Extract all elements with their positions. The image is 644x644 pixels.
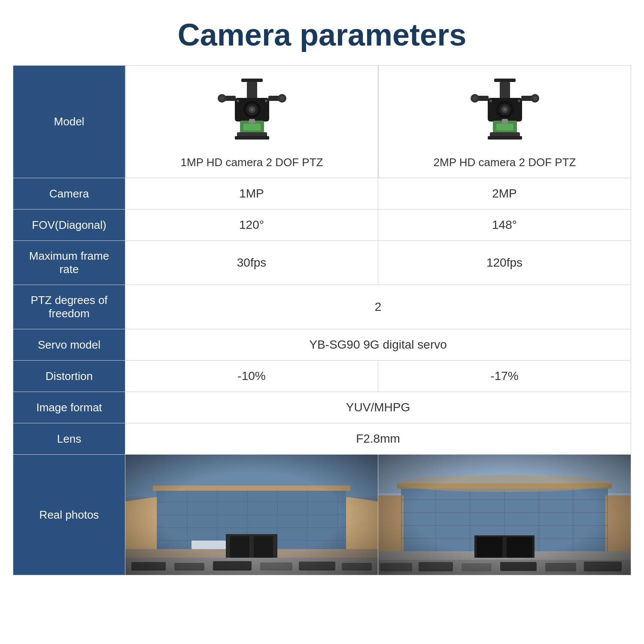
svg-point-31	[473, 96, 477, 100]
framerate-values: 30fps 120fps	[125, 241, 631, 285]
svg-point-8	[265, 100, 267, 102]
table-row-photos: Real photos	[13, 455, 631, 575]
table-row-fov: FOV(Diagonal) 120° 148°	[13, 210, 631, 241]
photo-2	[378, 455, 631, 575]
row-label-distortion: Distortion	[13, 361, 125, 392]
svg-rect-39	[488, 136, 522, 140]
table-row-ptz: PTZ degrees of freedom 2	[13, 285, 631, 329]
camera-val-2: 2MP	[378, 178, 631, 209]
photo-1	[125, 455, 378, 575]
distortion-values: -10% -17%	[125, 361, 631, 392]
framerate-val-2: 120fps	[378, 241, 631, 285]
model-col-1: 1MP HD camera 2 DOF PTZ	[125, 66, 378, 178]
distortion-val-1: -10%	[125, 361, 378, 392]
svg-rect-97	[378, 455, 631, 575]
framerate-val-1: 30fps	[125, 241, 378, 285]
camera-image-2	[462, 74, 548, 152]
camera-val-1: 1MP	[125, 178, 378, 209]
svg-rect-19	[235, 136, 269, 140]
model-col-2: 2MP HD camera 2 DOF PTZ	[378, 66, 631, 178]
row-label-model: Model	[13, 66, 125, 178]
table-row-camera: Camera 1MP 2MP	[13, 178, 631, 210]
svg-point-6	[251, 108, 253, 111]
row-label-servo: Servo model	[13, 329, 125, 360]
servo-value: YB-SG90 9G digital servo	[125, 329, 631, 360]
table-row-framerate: Maximum frame rate 30fps 120fps	[13, 241, 631, 285]
table-row-imageformat: Image format YUV/MHPG	[13, 392, 631, 423]
page-title: Camera parameters	[0, 0, 644, 65]
svg-rect-20	[494, 79, 516, 82]
photo-values	[125, 455, 631, 575]
row-label-framerate: Maximum frame rate	[13, 241, 125, 285]
fov-val-1: 120°	[125, 210, 378, 240]
table-row-servo: Servo model YB-SG90 9G digital servo	[13, 329, 631, 361]
svg-point-14	[280, 96, 284, 100]
svg-rect-67	[125, 455, 378, 575]
model-name-2: 2MP HD camera 2 DOF PTZ	[434, 156, 576, 169]
svg-rect-16	[243, 124, 261, 131]
svg-point-27	[489, 100, 492, 102]
table-row: Model	[13, 66, 631, 178]
distortion-val-2: -17%	[378, 361, 631, 392]
row-label-camera: Camera	[13, 178, 125, 209]
fov-values: 120° 148°	[125, 210, 631, 240]
svg-rect-0	[241, 79, 263, 82]
table-row-distortion: Distortion -10% -17%	[13, 361, 631, 392]
building-photo-1	[125, 455, 378, 575]
imageformat-value: YUV/MHPG	[125, 392, 631, 423]
svg-rect-17	[249, 119, 255, 123]
fov-val-2: 148°	[378, 210, 631, 240]
lens-value: F2.8mm	[125, 423, 631, 454]
camera-image-1	[209, 74, 295, 152]
svg-point-11	[220, 96, 224, 100]
svg-rect-21	[500, 82, 510, 99]
svg-point-34	[533, 96, 537, 100]
svg-point-7	[237, 100, 239, 102]
svg-rect-36	[496, 124, 513, 131]
row-label-ptz: PTZ degrees of freedom	[13, 285, 125, 329]
row-label-imageformat: Image format	[13, 392, 125, 423]
table-row-lens: Lens F2.8mm	[13, 423, 631, 455]
camera-values: 1MP 2MP	[125, 178, 631, 209]
svg-rect-1	[247, 82, 257, 99]
model-name-1: 1MP HD camera 2 DOF PTZ	[181, 156, 323, 169]
row-label-lens: Lens	[13, 423, 125, 454]
svg-point-28	[518, 100, 520, 102]
ptz-value: 2	[125, 285, 631, 329]
row-label-photos: Real photos	[13, 455, 125, 575]
svg-point-26	[504, 108, 506, 111]
model-values: 1MP HD camera 2 DOF PTZ	[125, 66, 631, 178]
row-label-fov: FOV(Diagonal)	[13, 210, 125, 240]
svg-rect-37	[502, 119, 508, 123]
building-photo-2	[378, 455, 631, 575]
parameters-table: Model	[13, 65, 631, 575]
